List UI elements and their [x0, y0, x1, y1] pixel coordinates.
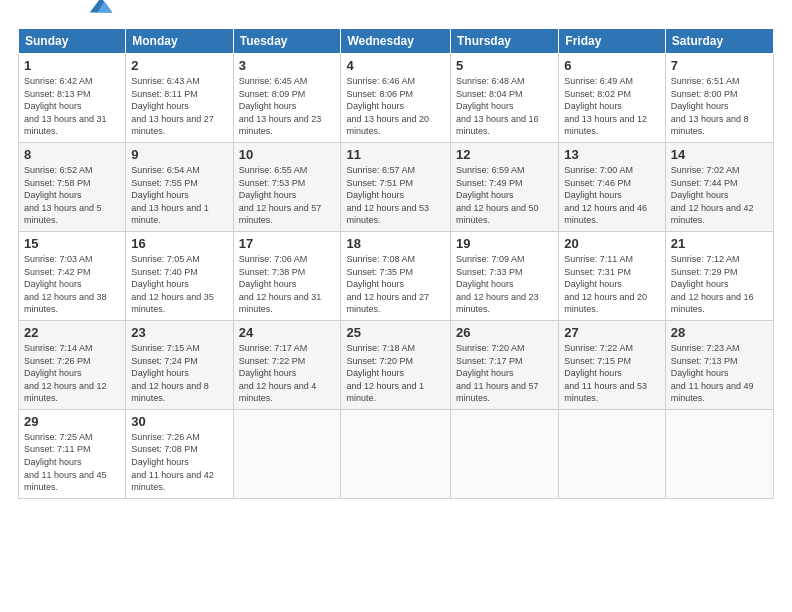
- weekday-wednesday: Wednesday: [341, 29, 451, 54]
- header: [18, 18, 774, 20]
- day-info: Sunrise: 6:42 AM Sunset: 8:13 PM Dayligh…: [24, 75, 120, 138]
- weekday-monday: Monday: [126, 29, 233, 54]
- calendar-cell: 2 Sunrise: 6:43 AM Sunset: 8:11 PM Dayli…: [126, 54, 233, 143]
- day-number: 25: [346, 325, 445, 340]
- day-info: Sunrise: 6:49 AM Sunset: 8:02 PM Dayligh…: [564, 75, 660, 138]
- day-info: Sunrise: 7:18 AM Sunset: 7:20 PM Dayligh…: [346, 342, 445, 405]
- calendar-cell: 15 Sunrise: 7:03 AM Sunset: 7:42 PM Dayl…: [19, 231, 126, 320]
- calendar-cell: 7 Sunrise: 6:51 AM Sunset: 8:00 PM Dayli…: [665, 54, 773, 143]
- weekday-header-row: SundayMondayTuesdayWednesdayThursdayFrid…: [19, 29, 774, 54]
- day-number: 29: [24, 414, 120, 429]
- logo-icon: [86, 0, 116, 20]
- day-number: 22: [24, 325, 120, 340]
- calendar-page: SundayMondayTuesdayWednesdayThursdayFrid…: [0, 0, 792, 612]
- day-number: 28: [671, 325, 768, 340]
- day-number: 18: [346, 236, 445, 251]
- calendar-cell: [559, 409, 666, 498]
- day-number: 24: [239, 325, 336, 340]
- day-info: Sunrise: 7:00 AM Sunset: 7:46 PM Dayligh…: [564, 164, 660, 227]
- calendar-cell: 26 Sunrise: 7:20 AM Sunset: 7:17 PM Dayl…: [451, 320, 559, 409]
- calendar-cell: [451, 409, 559, 498]
- calendar-cell: 25 Sunrise: 7:18 AM Sunset: 7:20 PM Dayl…: [341, 320, 451, 409]
- day-info: Sunrise: 6:48 AM Sunset: 8:04 PM Dayligh…: [456, 75, 553, 138]
- calendar-cell: 19 Sunrise: 7:09 AM Sunset: 7:33 PM Dayl…: [451, 231, 559, 320]
- day-info: Sunrise: 7:08 AM Sunset: 7:35 PM Dayligh…: [346, 253, 445, 316]
- day-info: Sunrise: 6:51 AM Sunset: 8:00 PM Dayligh…: [671, 75, 768, 138]
- calendar-cell: 16 Sunrise: 7:05 AM Sunset: 7:40 PM Dayl…: [126, 231, 233, 320]
- day-number: 5: [456, 58, 553, 73]
- day-info: Sunrise: 7:02 AM Sunset: 7:44 PM Dayligh…: [671, 164, 768, 227]
- weekday-thursday: Thursday: [451, 29, 559, 54]
- day-info: Sunrise: 7:03 AM Sunset: 7:42 PM Dayligh…: [24, 253, 120, 316]
- day-info: Sunrise: 7:22 AM Sunset: 7:15 PM Dayligh…: [564, 342, 660, 405]
- day-number: 16: [131, 236, 227, 251]
- day-info: Sunrise: 7:26 AM Sunset: 7:08 PM Dayligh…: [131, 431, 227, 494]
- day-info: Sunrise: 6:46 AM Sunset: 8:06 PM Dayligh…: [346, 75, 445, 138]
- day-info: Sunrise: 6:52 AM Sunset: 7:58 PM Dayligh…: [24, 164, 120, 227]
- calendar-cell: 9 Sunrise: 6:54 AM Sunset: 7:55 PM Dayli…: [126, 142, 233, 231]
- day-number: 12: [456, 147, 553, 162]
- weekday-sunday: Sunday: [19, 29, 126, 54]
- day-info: Sunrise: 6:43 AM Sunset: 8:11 PM Dayligh…: [131, 75, 227, 138]
- logo: [18, 18, 116, 20]
- day-number: 19: [456, 236, 553, 251]
- day-number: 23: [131, 325, 227, 340]
- day-info: Sunrise: 7:11 AM Sunset: 7:31 PM Dayligh…: [564, 253, 660, 316]
- day-info: Sunrise: 7:05 AM Sunset: 7:40 PM Dayligh…: [131, 253, 227, 316]
- day-info: Sunrise: 7:17 AM Sunset: 7:22 PM Dayligh…: [239, 342, 336, 405]
- day-number: 1: [24, 58, 120, 73]
- day-number: 10: [239, 147, 336, 162]
- calendar-cell: 12 Sunrise: 6:59 AM Sunset: 7:49 PM Dayl…: [451, 142, 559, 231]
- day-info: Sunrise: 7:15 AM Sunset: 7:24 PM Dayligh…: [131, 342, 227, 405]
- weekday-tuesday: Tuesday: [233, 29, 341, 54]
- day-info: Sunrise: 6:54 AM Sunset: 7:55 PM Dayligh…: [131, 164, 227, 227]
- day-number: 7: [671, 58, 768, 73]
- calendar-cell: 17 Sunrise: 7:06 AM Sunset: 7:38 PM Dayl…: [233, 231, 341, 320]
- day-info: Sunrise: 6:55 AM Sunset: 7:53 PM Dayligh…: [239, 164, 336, 227]
- calendar-cell: 21 Sunrise: 7:12 AM Sunset: 7:29 PM Dayl…: [665, 231, 773, 320]
- calendar-cell: 14 Sunrise: 7:02 AM Sunset: 7:44 PM Dayl…: [665, 142, 773, 231]
- calendar-cell: 1 Sunrise: 6:42 AM Sunset: 8:13 PM Dayli…: [19, 54, 126, 143]
- day-number: 26: [456, 325, 553, 340]
- calendar-table: SundayMondayTuesdayWednesdayThursdayFrid…: [18, 28, 774, 499]
- calendar-cell: 24 Sunrise: 7:17 AM Sunset: 7:22 PM Dayl…: [233, 320, 341, 409]
- day-info: Sunrise: 7:23 AM Sunset: 7:13 PM Dayligh…: [671, 342, 768, 405]
- day-number: 20: [564, 236, 660, 251]
- day-info: Sunrise: 6:45 AM Sunset: 8:09 PM Dayligh…: [239, 75, 336, 138]
- weekday-friday: Friday: [559, 29, 666, 54]
- calendar-cell: 8 Sunrise: 6:52 AM Sunset: 7:58 PM Dayli…: [19, 142, 126, 231]
- day-number: 14: [671, 147, 768, 162]
- calendar-cell: [665, 409, 773, 498]
- day-number: 13: [564, 147, 660, 162]
- day-number: 15: [24, 236, 120, 251]
- day-number: 2: [131, 58, 227, 73]
- day-number: 6: [564, 58, 660, 73]
- day-number: 27: [564, 325, 660, 340]
- calendar-cell: 20 Sunrise: 7:11 AM Sunset: 7:31 PM Dayl…: [559, 231, 666, 320]
- calendar-cell: 18 Sunrise: 7:08 AM Sunset: 7:35 PM Dayl…: [341, 231, 451, 320]
- day-info: Sunrise: 7:25 AM Sunset: 7:11 PM Dayligh…: [24, 431, 120, 494]
- calendar-cell: 6 Sunrise: 6:49 AM Sunset: 8:02 PM Dayli…: [559, 54, 666, 143]
- day-number: 9: [131, 147, 227, 162]
- calendar-cell: 27 Sunrise: 7:22 AM Sunset: 7:15 PM Dayl…: [559, 320, 666, 409]
- day-number: 11: [346, 147, 445, 162]
- day-info: Sunrise: 7:12 AM Sunset: 7:29 PM Dayligh…: [671, 253, 768, 316]
- calendar-cell: 10 Sunrise: 6:55 AM Sunset: 7:53 PM Dayl…: [233, 142, 341, 231]
- day-number: 3: [239, 58, 336, 73]
- calendar-cell: 5 Sunrise: 6:48 AM Sunset: 8:04 PM Dayli…: [451, 54, 559, 143]
- day-info: Sunrise: 7:20 AM Sunset: 7:17 PM Dayligh…: [456, 342, 553, 405]
- calendar-cell: 28 Sunrise: 7:23 AM Sunset: 7:13 PM Dayl…: [665, 320, 773, 409]
- calendar-cell: [233, 409, 341, 498]
- calendar-cell: [341, 409, 451, 498]
- calendar-cell: 30 Sunrise: 7:26 AM Sunset: 7:08 PM Dayl…: [126, 409, 233, 498]
- calendar-cell: 29 Sunrise: 7:25 AM Sunset: 7:11 PM Dayl…: [19, 409, 126, 498]
- calendar-cell: 3 Sunrise: 6:45 AM Sunset: 8:09 PM Dayli…: [233, 54, 341, 143]
- calendar-cell: 13 Sunrise: 7:00 AM Sunset: 7:46 PM Dayl…: [559, 142, 666, 231]
- day-info: Sunrise: 7:14 AM Sunset: 7:26 PM Dayligh…: [24, 342, 120, 405]
- calendar-cell: 11 Sunrise: 6:57 AM Sunset: 7:51 PM Dayl…: [341, 142, 451, 231]
- calendar-cell: 23 Sunrise: 7:15 AM Sunset: 7:24 PM Dayl…: [126, 320, 233, 409]
- day-info: Sunrise: 6:59 AM Sunset: 7:49 PM Dayligh…: [456, 164, 553, 227]
- day-number: 30: [131, 414, 227, 429]
- calendar-cell: 4 Sunrise: 6:46 AM Sunset: 8:06 PM Dayli…: [341, 54, 451, 143]
- day-number: 4: [346, 58, 445, 73]
